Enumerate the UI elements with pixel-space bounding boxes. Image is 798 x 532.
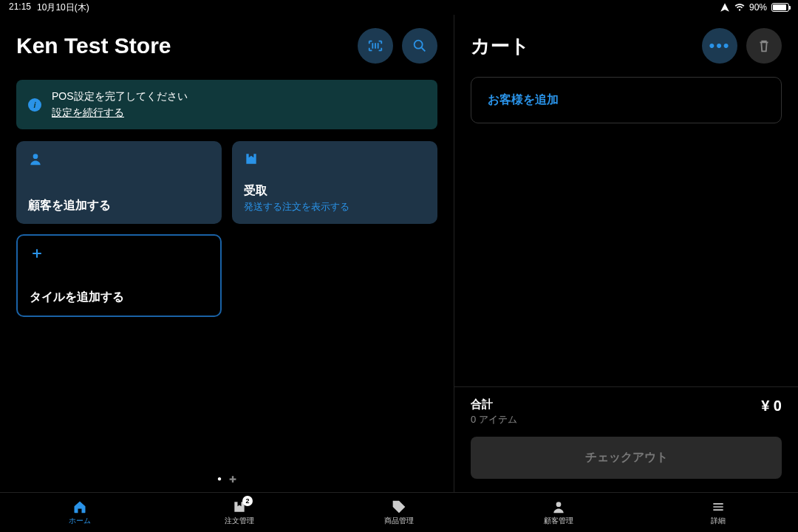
- cart-clear-button[interactable]: [746, 28, 782, 64]
- status-bar: 21:15 10月10日(木) 90%: [0, 0, 798, 15]
- tab-label: 商品管理: [384, 516, 414, 526]
- tile-add-tile[interactable]: タイルを追加する: [16, 234, 222, 317]
- tab-more[interactable]: 詳細: [638, 493, 798, 532]
- status-time: 21:15: [9, 1, 31, 14]
- search-button[interactable]: [402, 28, 437, 64]
- person-icon: [551, 499, 566, 514]
- barcode-button[interactable]: [358, 28, 393, 64]
- tag-icon: [392, 499, 406, 514]
- tab-home[interactable]: ホーム: [0, 493, 160, 532]
- svg-point-1: [33, 154, 38, 160]
- cart-more-button[interactable]: •••: [702, 28, 737, 64]
- checkout-label: チェックアウト: [585, 451, 668, 463]
- home-icon: [72, 499, 87, 514]
- tab-bar: ホーム 2 注文管理 商品管理 顧客管理 詳細: [0, 492, 798, 532]
- tile-add-customer[interactable]: 顧客を追加する: [16, 141, 222, 224]
- alert-link[interactable]: 設定を続行する: [52, 105, 188, 121]
- cart-title: カート: [471, 33, 530, 59]
- tab-label: ホーム: [69, 516, 91, 526]
- total-amount: ¥ 0: [761, 398, 782, 415]
- status-date: 10月10日(木): [37, 1, 89, 14]
- checkout-button[interactable]: チェックアウト: [471, 437, 782, 479]
- tile-label: 顧客を追加する: [28, 198, 210, 214]
- tab-orders[interactable]: 2 注文管理: [160, 493, 319, 532]
- battery-icon: [771, 3, 789, 12]
- total-label: 合計: [471, 398, 517, 412]
- tab-label: 注文管理: [225, 516, 254, 526]
- tile-pickup[interactable]: 受取 発送する注文を表示する: [232, 141, 437, 224]
- barcode-icon: [367, 38, 383, 54]
- battery-percent: 90%: [749, 2, 767, 13]
- home-pane: Ken Test Store i POS設定を完了してください 設定を続行する: [0, 15, 454, 492]
- search-icon: [412, 38, 428, 54]
- alert-line1: POS設定を完了してください: [52, 89, 188, 105]
- ellipsis-icon: •••: [709, 36, 730, 55]
- orders-badge: 2: [242, 496, 253, 506]
- tile-label: タイルを追加する: [30, 290, 208, 305]
- cart-pane: カート ••• お客様を追加 合計 0 アイテム ¥ 0: [454, 15, 798, 492]
- tab-label: 詳細: [711, 516, 726, 526]
- cart-add-customer-button[interactable]: お客様を追加: [471, 77, 782, 123]
- plus-icon: [30, 246, 208, 264]
- add-page-icon[interactable]: ✚: [229, 474, 236, 485]
- page-indicator[interactable]: ● ✚: [0, 474, 454, 485]
- tile-label: 受取: [244, 183, 426, 199]
- tab-label: 顧客管理: [544, 516, 573, 526]
- cart-add-customer-label: お客様を追加: [488, 93, 559, 106]
- svg-point-2: [556, 502, 562, 507]
- location-icon: [720, 2, 730, 13]
- wifi-icon: [734, 2, 745, 13]
- tab-products[interactable]: 商品管理: [319, 493, 479, 532]
- menu-icon: [711, 499, 726, 514]
- inbox-icon: [244, 151, 426, 169]
- tile-sublabel: 発送する注文を表示する: [244, 200, 426, 214]
- item-count: 0 アイテム: [471, 413, 517, 426]
- person-icon: [28, 151, 210, 169]
- svg-point-0: [415, 41, 423, 49]
- cart-items-empty: [454, 123, 798, 386]
- setup-alert[interactable]: i POS設定を完了してください 設定を続行する: [16, 80, 437, 129]
- store-title: Ken Test Store: [16, 33, 171, 58]
- info-icon: i: [28, 98, 41, 112]
- page-dot-active: ●: [217, 474, 222, 485]
- trash-icon: [756, 38, 772, 54]
- tab-customers[interactable]: 顧客管理: [479, 493, 638, 532]
